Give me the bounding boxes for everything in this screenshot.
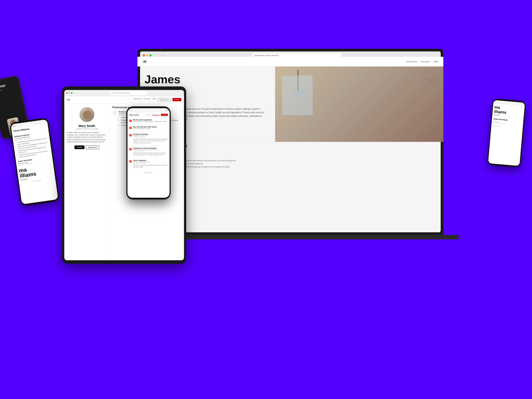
phone-center-dot-2: ★	[129, 127, 132, 129]
phone-center-exp-title-4: Copywriter & Content Strategist	[133, 147, 168, 149]
phone-center-tab-edu[interactable]: Edu	[149, 114, 151, 116]
tablet-nav-links: Experiences Education Skills Appointment…	[134, 98, 181, 101]
tablet-exp-icon-1	[112, 111, 117, 115]
tablet-nav-skills[interactable]: Skills	[152, 98, 156, 101]
phone-second-device: 9:41 ma illiams developer Junior Develop…	[487, 98, 526, 168]
phone-center-exp-3: 3 Freelance Translator (English/Spanish/…	[129, 133, 168, 146]
phone-center-exp-1: ✓ Mentor junior copywriters and provide …	[129, 119, 168, 124]
phone-left-job-1: Software Engineer Creative Solutions Ltd…	[14, 131, 50, 158]
phone-center-nav: Mary Smith Exp Edu Appointment Contact	[127, 113, 170, 117]
circle-logo-text: THE CULINARY MASTER	[422, 78, 438, 81]
tablet-nav-logo: AB	[67, 99, 70, 101]
tablet-person-name: Mary Smith	[67, 124, 107, 128]
phone-center-screen: 9:41 ●●● Mary Smith Exp Edu Appointment …	[127, 108, 170, 198]
phone-center-dot-1: ✓	[129, 120, 132, 122]
nav-link-education[interactable]: Education	[421, 61, 430, 63]
phone-center-exp-content-4: Copywriter & Content Strategist Bright I…	[133, 147, 168, 156]
tablet-nav-exp[interactable]: Experiences	[134, 98, 142, 101]
phone-center-exp-title-1: Mentor junior copywriters	[133, 119, 167, 120]
phone-left-bullets-1: Developed and maintained web application…	[15, 137, 50, 158]
dot-fullscreen[interactable]	[149, 54, 152, 57]
phone-center-exp-title-2: Won the 2020 Eitre ADDY Award	[133, 126, 157, 128]
phone-center-exp-content-5: Junior Copywriter Spark Creative, Boston…	[133, 160, 168, 168]
tablet-dot-minimize[interactable]	[69, 92, 70, 94]
tablet-url-bar[interactable]: marysmith.framer.website	[110, 91, 147, 95]
site-right-photo: THE CULINARY MASTER	[275, 66, 441, 232]
dot-minimize[interactable]	[146, 54, 148, 57]
phone-center-nav-tabs: Exp Edu Appointment	[146, 114, 160, 116]
phone-center-exp-desc-5: Assisted in the creation of advertising …	[133, 164, 168, 168]
dot-close[interactable]	[143, 54, 145, 57]
phone-center-made-in-framer: Made in Framer	[129, 172, 168, 173]
tablet-url-text: marysmith.framer.website	[112, 92, 129, 94]
phone-center-exp-5: 5 Junior Copywriter Spark Creative, Bost…	[129, 160, 168, 170]
site-nav-links: Experiences Education Skills	[406, 61, 438, 63]
phone-center-exp-desc-1: and provide constructive feedback to enh…	[133, 120, 167, 122]
phone-center-mary-smith: 9:41 ●●● Mary Smith Exp Edu Appointment …	[126, 106, 171, 200]
site-photo: THE CULINARY MASTER	[275, 66, 441, 142]
phone-center-dot-4: 4	[129, 148, 132, 151]
phone-center-tab-exp[interactable]: Exp	[146, 114, 148, 116]
tablet-nav-contact-btn[interactable]: Contact	[172, 98, 181, 101]
phone-center-dot-5: 5	[129, 160, 132, 163]
nav-link-experiences[interactable]: Experiences	[406, 61, 417, 63]
phone-center-dot-3: 3	[129, 134, 132, 137]
tablet-dot-close[interactable]	[66, 92, 68, 94]
phone-second-made-badge: Made in Framer	[493, 125, 521, 129]
tablet-avatar	[79, 107, 95, 122]
tablet-person-subtitle: Copywriter, Ideamaker, translator	[67, 128, 107, 130]
site-logo: JB	[143, 60, 146, 63]
phone-center-exp-date-3: January 2012 – Present	[133, 136, 168, 138]
phone-center-exp-desc-2: for Best Integrated Campaign.	[133, 128, 157, 129]
phone-second-time: 9:41	[494, 101, 497, 103]
phone-second-screen: 9:41 ma illiams developer Junior Develop…	[488, 100, 525, 166]
tablet-traffic-lights	[66, 92, 72, 94]
james-first-name: James	[145, 74, 268, 85]
phone-center-person-name: Mary Smith	[129, 114, 145, 116]
phone-center-exp-4: 4 Copywriter & Content Strategist Bright…	[129, 147, 168, 158]
nav-link-skills[interactable]: Skills	[433, 61, 438, 63]
phone-center-body: ✓ Mentor junior copywriters and provide …	[127, 117, 170, 197]
phone-center-status: ●●●	[166, 110, 168, 111]
phone-center-exp-date-5: June 2010 – February 2012	[133, 163, 168, 164]
phone-center-exp-desc-4: Developed and executed content strategie…	[133, 152, 168, 156]
phone-center-exp-content-1: Mentor junior copywriters and provide co…	[133, 119, 167, 122]
phone-center-exp-desc-3: Translate a wide variety of documents, i…	[133, 138, 168, 144]
tablet-action-buttons: Contact Appointment	[67, 146, 107, 149]
tablet-nav-edu[interactable]: Education	[144, 98, 151, 101]
phone-second-body: ma illiams developer Junior Developer Ne…	[491, 103, 525, 130]
phone-center-exp-content-2: Won the 2020 Eitre ADDY Award for Best I…	[133, 126, 157, 129]
phone-center-exp-content-3: Freelance Translator (English/Spanish/Fr…	[133, 133, 168, 144]
circle-logo: THE CULINARY MASTER	[421, 71, 439, 89]
tablet-nav: AB Experiences Education Skills Appointm…	[64, 96, 184, 103]
avatar-face	[83, 111, 92, 120]
phone-center-exp-title-5: Junior Copywriter	[133, 160, 168, 161]
phone-center-time: 9:41	[129, 110, 132, 111]
tablet-left: Mary Smith Copywriter, Ideamaker, transl…	[64, 103, 110, 260]
url-text: jamesbrown.framer.website	[254, 54, 279, 57]
browser-traffic-lights	[143, 54, 152, 57]
phone-center-exp-date-4: March 2003 – May 2011	[133, 150, 168, 152]
phone-left-time: 22:04	[12, 125, 16, 127]
tablet-bio: A highly creative and results-driven Cop…	[67, 132, 107, 143]
phone-center-exp-2: ★ Won the 2020 Eitre ADDY Award for Best…	[129, 126, 168, 132]
tablet-appointment-button[interactable]: Appointment	[86, 146, 99, 149]
tablet-chrome: ← → marysmith.framer.website	[64, 90, 184, 96]
window-bg	[282, 75, 313, 115]
phone-center-chrome: 9:41 ●●●	[127, 108, 170, 113]
tablet-dot-full[interactable]	[71, 92, 72, 94]
tablet-contact-button[interactable]: Contact	[75, 146, 84, 149]
phone-center-contact-btn[interactable]: Contact	[161, 114, 168, 116]
phone-center-tab-appt[interactable]: Appointment	[152, 114, 160, 116]
phone-center-exp-title-3: Freelance Translator	[133, 133, 168, 135]
site-nav: JB Experiences Education Skills	[140, 57, 441, 66]
tablet-nav-appointment-btn[interactable]: Appointment	[158, 98, 171, 101]
